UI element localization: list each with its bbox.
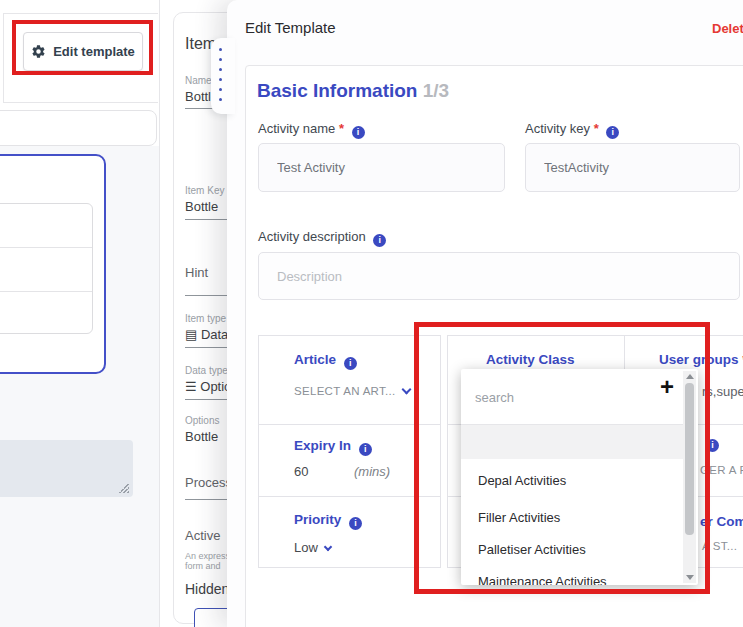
expiry-unit: (mins) <box>354 464 390 479</box>
edit-template-label: Edit template <box>53 44 135 59</box>
process-label: Process <box>185 475 232 490</box>
field-label: Item type <box>185 313 226 324</box>
article-header: Article i <box>294 352 357 370</box>
panel-title: Edit Template <box>245 19 336 36</box>
field-label: Data type <box>185 365 228 376</box>
info-icon[interactable]: i <box>352 126 365 139</box>
field-value[interactable]: Bottle <box>185 429 218 444</box>
settings-table-col1: Article i SELECT AN ART... Expiry In i 6… <box>258 335 441 568</box>
add-option-button[interactable]: + <box>660 373 674 401</box>
activity-key-input[interactable] <box>525 143 740 192</box>
activity-description-input[interactable] <box>258 252 740 300</box>
field-value[interactable]: Bottle <box>185 199 218 214</box>
section-step: 1/3 <box>423 80 449 101</box>
delete-button[interactable]: Delete <box>712 21 743 36</box>
widget-options-list <box>0 203 93 334</box>
dropdown-search-input[interactable] <box>475 385 625 409</box>
user-completion-select[interactable]: A ST... <box>702 540 737 552</box>
activity-description-label: Activity description i <box>258 229 386 247</box>
left-panel-field[interactable] <box>0 110 157 146</box>
user-completion-header: er Comp <box>700 514 743 529</box>
activity-class-dropdown: + Depal Activities Filler Activities Pal… <box>461 369 698 585</box>
gear-icon <box>31 44 46 59</box>
left-sidebar: Edit template <box>0 0 160 627</box>
activity-class-header: Activity Class <box>486 352 575 367</box>
dropdown-option[interactable]: Depal Activities <box>478 473 566 488</box>
info-icon[interactable]: i <box>349 517 362 530</box>
chevron-down-icon <box>324 543 332 551</box>
hint-label: Hint <box>185 265 208 280</box>
hidden-label: Hidden <box>185 581 229 597</box>
activity-name-label: Activity name * i <box>258 121 365 139</box>
field-value[interactable]: ▤ Data <box>185 327 228 342</box>
field-label: Item Key <box>185 185 224 196</box>
scroll-down-icon[interactable] <box>686 575 694 580</box>
article-select[interactable]: SELECT AN ART... <box>294 385 410 397</box>
edit-template-button[interactable]: Edit template <box>23 32 143 71</box>
row-divider <box>259 424 440 425</box>
dropdown-option[interactable]: Filler Activities <box>478 510 560 525</box>
activity-name-input[interactable] <box>258 143 505 192</box>
required-asterisk: * <box>594 121 599 136</box>
screen: Edit template Item Name Bottle Item Key … <box>0 0 743 627</box>
template-toolbar-card: Edit template <box>3 13 158 103</box>
drag-dots-icon <box>219 48 222 101</box>
scroll-up-icon[interactable] <box>686 374 694 379</box>
dropdown-scrollbar[interactable] <box>683 371 696 583</box>
divider <box>0 247 92 248</box>
info-icon[interactable]: i <box>606 126 619 139</box>
priority-header: Priority i <box>294 512 362 530</box>
active-label: Active <box>185 528 220 543</box>
expiry-value[interactable]: 60 <box>294 464 308 479</box>
panel-drag-handle[interactable] <box>211 38 235 114</box>
row-divider <box>259 496 440 497</box>
resize-grip-icon[interactable] <box>119 483 129 493</box>
activity-key-label: Activity key * i <box>525 121 619 139</box>
field-label: Name <box>185 75 212 86</box>
scrollbar-thumb[interactable] <box>685 383 694 535</box>
section-title: Basic Information 1/3 <box>257 80 449 102</box>
info-icon[interactable]: i <box>373 234 386 247</box>
dropdown-option-empty[interactable] <box>461 425 685 459</box>
user-groups-value[interactable]: rs,superv <box>702 384 743 399</box>
trigger-report-fragment: GER A RE <box>700 464 743 476</box>
priority-select[interactable]: Low <box>294 540 331 555</box>
left-panel-textarea[interactable] <box>0 440 133 497</box>
divider <box>0 291 92 292</box>
info-icon[interactable]: i <box>344 357 357 370</box>
info-icon[interactable]: i <box>706 439 719 452</box>
edit-template-panel: Edit Template Delete Basic Information 1… <box>227 0 743 627</box>
info-icon[interactable]: i <box>359 443 372 456</box>
required-asterisk: * <box>339 121 344 136</box>
expiry-header: Expiry In i <box>294 438 372 456</box>
dropdown-option[interactable]: Palletiser Activities <box>478 542 586 557</box>
chevron-down-icon <box>401 385 411 395</box>
field-label: Options <box>185 415 219 426</box>
dropdown-option[interactable]: Maintenance Activities <box>478 574 607 585</box>
user-groups-header: User groups * i <box>659 352 743 370</box>
